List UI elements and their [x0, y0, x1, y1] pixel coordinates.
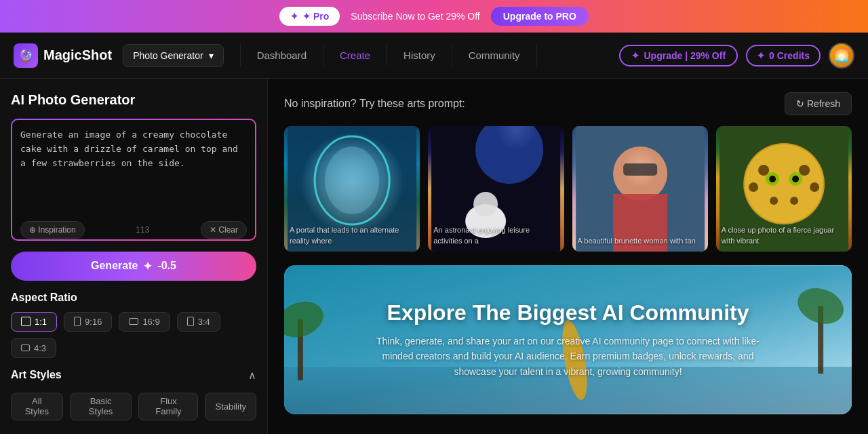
credits-icon: ✦	[757, 50, 765, 61]
char-count: 113	[136, 225, 149, 235]
svg-point-22	[769, 176, 776, 182]
art-style-basic[interactable]: Basic Styles	[70, 393, 132, 420]
aspect-16-9[interactable]: 16:9	[119, 312, 170, 332]
prompt-textarea[interactable]: Generate an image of a creamy chocolate …	[20, 128, 247, 213]
aspect-1-1[interactable]: 1:1	[11, 312, 57, 332]
prompt-header-text: No inspiration? Try these arts prompt:	[284, 98, 465, 110]
star-icon: ✦	[143, 260, 152, 273]
svg-point-14	[758, 165, 769, 176]
art-style-all[interactable]: All Styles	[11, 393, 63, 420]
clear-button[interactable]: ✕ Clear	[201, 221, 247, 239]
pro-label: ✦ Pro	[302, 11, 329, 22]
generate-cost: -0.5	[157, 260, 176, 272]
svg-point-16	[749, 182, 758, 192]
aspect-4-3[interactable]: 4:3	[11, 338, 56, 358]
chevron-down-icon: ▾	[209, 50, 214, 61]
header: 🔮 MagicShot Photo Generator ▾ Dashboard …	[0, 33, 868, 79]
generator-dropdown[interactable]: Photo Generator ▾	[123, 44, 224, 67]
community-description: Think, generate, and share your art on o…	[365, 334, 772, 379]
pro-icon: ✦	[290, 11, 298, 22]
gallery-image-1: A portal that leads to an alternate real…	[284, 126, 420, 252]
sidebar: AI Photo Generator Generate an image of …	[0, 79, 268, 434]
header-right: ✦ Upgrade | 29% Off ✦ 0 Credits 🌅	[619, 43, 854, 68]
gallery-caption-4: A close up photo of a fierce jaguar with…	[722, 225, 846, 246]
svg-point-15	[799, 165, 810, 176]
gallery-caption-3: A beautiful brunette woman with tan	[578, 236, 696, 246]
art-styles-section: Art Styles ∧	[11, 369, 256, 382]
promo-banner: ✦ ✦ Pro Subscribe Now to Get 29% Off Upg…	[0, 0, 868, 33]
aspect-3-4[interactable]: 3:4	[177, 312, 220, 332]
nav-dashboard[interactable]: Dashboard	[240, 44, 323, 66]
promo-text: Subscribe Now to Get 29% Off	[351, 11, 479, 22]
main-layout: AI Photo Generator Generate an image of …	[0, 79, 868, 434]
generate-label: Generate	[91, 260, 138, 272]
gallery-item[interactable]: An astronaut enjoying leisure activities…	[428, 126, 564, 252]
refresh-button[interactable]: ↻ Refresh	[785, 92, 852, 115]
generator-label: Photo Generator	[133, 50, 203, 61]
credits-button[interactable]: ✦ 0 Credits	[746, 45, 821, 66]
gallery-image-2: An astronaut enjoying leisure activities…	[428, 126, 564, 252]
art-styles-title: Art Styles	[11, 369, 62, 381]
prompt-header: No inspiration? Try these arts prompt: ↻…	[284, 92, 852, 115]
nav-create[interactable]: Create	[323, 44, 387, 66]
art-styles-options: All Styles Basic Styles Flux Family Stab…	[11, 393, 256, 420]
gallery-image-3: A beautiful brunette woman with tan	[572, 126, 708, 252]
gallery-caption-2: An astronaut enjoying leisure activities…	[433, 225, 558, 246]
square-icon	[21, 317, 31, 326]
gallery-item[interactable]: A close up photo of a fierce jaguar with…	[716, 126, 852, 252]
gallery-item[interactable]: A portal that leads to an alternate real…	[284, 126, 420, 252]
upgrade-icon: ✦	[631, 50, 639, 61]
nav-history[interactable]: History	[387, 44, 452, 66]
gallery-item[interactable]: A beautiful brunette woman with tan	[572, 126, 708, 252]
prompt-box: Generate an image of a creamy chocolate …	[11, 119, 256, 241]
svg-rect-10	[623, 163, 657, 176]
community-title: Explore The Biggest AI Community	[387, 300, 749, 326]
logo-text: MagicShot	[43, 47, 112, 63]
portrait-icon	[74, 317, 81, 326]
landscape-icon	[129, 318, 138, 325]
svg-point-23	[792, 176, 799, 182]
portrait43-icon	[187, 317, 194, 326]
gallery-grid: A portal that leads to an alternate real…	[284, 126, 852, 252]
logo-icon: 🔮	[14, 43, 38, 68]
svg-point-2	[325, 146, 379, 214]
prompt-footer: ⊕ Inspiration 113 ✕ Clear	[20, 221, 247, 239]
community-section[interactable]: Explore The Biggest AI Community Think, …	[284, 265, 852, 414]
upgrade-label: Upgrade | 29% Off	[644, 50, 726, 61]
promo-upgrade-button[interactable]: Upgrade to PRO	[491, 7, 589, 26]
content-area: No inspiration? Try these arts prompt: ↻…	[268, 79, 868, 434]
svg-point-6	[473, 192, 498, 216]
avatar[interactable]: 🌅	[829, 43, 854, 68]
landscape43-icon	[21, 344, 30, 351]
generate-button[interactable]: Generate ✦ -0.5	[11, 252, 256, 281]
art-style-flux[interactable]: Flux Family	[138, 393, 198, 420]
art-style-stability[interactable]: Stability	[205, 393, 256, 420]
upgrade-button[interactable]: ✦ Upgrade | 29% Off	[619, 45, 738, 66]
aspect-ratio-title: Aspect Ratio	[11, 292, 256, 304]
gallery-image-4: A close up photo of a fierce jaguar with…	[716, 126, 852, 252]
logo: 🔮 MagicShot	[14, 43, 112, 68]
svg-point-17	[810, 182, 819, 192]
nav-community[interactable]: Community	[452, 44, 537, 66]
svg-point-18	[770, 197, 778, 205]
chevron-up-icon[interactable]: ∧	[248, 369, 256, 382]
inspiration-button[interactable]: ⊕ Inspiration	[20, 221, 85, 239]
aspect-ratio-options: 1:1 9:16 16:9 3:4 4:3	[11, 312, 256, 358]
aspect-ratio-section: Aspect Ratio 1:1 9:16 16:9 3:4	[11, 292, 256, 358]
gallery-caption-1: A portal that leads to an alternate real…	[290, 225, 414, 246]
pro-button[interactable]: ✦ ✦ Pro	[279, 7, 340, 26]
svg-point-19	[790, 197, 798, 205]
credits-label: 0 Credits	[769, 50, 810, 61]
aspect-9-16[interactable]: 9:16	[64, 312, 112, 332]
sidebar-title: AI Photo Generator	[11, 92, 256, 108]
main-nav: Dashboard Create History Community	[240, 44, 620, 66]
